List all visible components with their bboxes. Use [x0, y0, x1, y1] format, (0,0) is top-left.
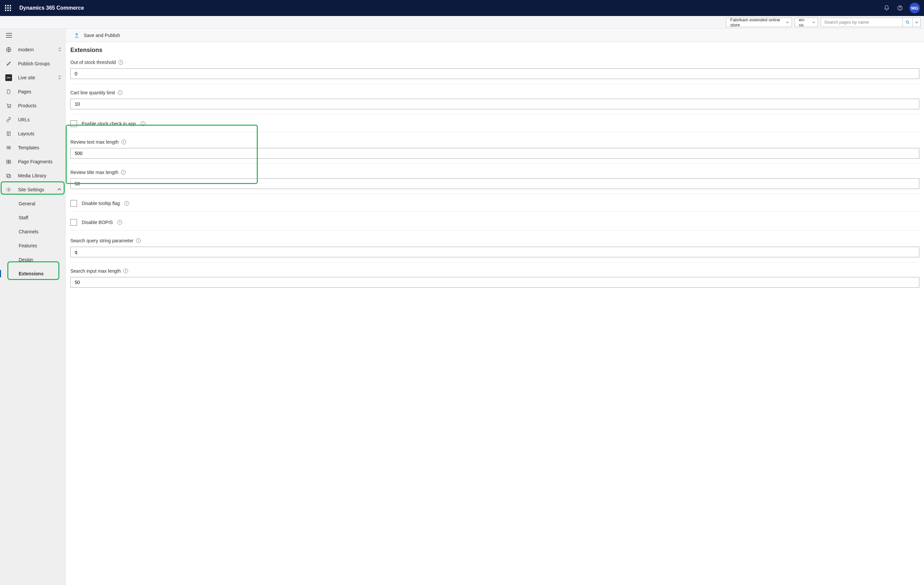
sidebar-sub-staff[interactable]: Staff — [0, 211, 65, 225]
sidebar-item-label: Templates — [18, 145, 65, 150]
sidebar-sub-channels[interactable]: Channels — [0, 225, 65, 239]
field-label: Cart line quantity limit — [70, 90, 115, 96]
svg-point-4 — [8, 77, 9, 78]
rocket-icon — [5, 60, 12, 67]
broadcast-icon — [5, 74, 12, 81]
svg-rect-13 — [7, 162, 8, 163]
out-of-stock-threshold-input[interactable] — [70, 68, 919, 79]
svg-point-5 — [8, 107, 8, 108]
sidebar-item-publish-groups[interactable]: Publish Groups — [0, 57, 65, 71]
field-label: Search input max length — [70, 269, 121, 274]
sidebar-item-media-library[interactable]: Media Library — [0, 169, 65, 183]
info-icon[interactable]: i — [124, 269, 128, 274]
language-selector-value: en-us — [799, 17, 808, 27]
page-icon — [5, 88, 12, 95]
info-icon[interactable]: i — [121, 140, 126, 144]
svg-rect-12 — [9, 160, 11, 161]
field-label: Disable tooltip flag — [82, 201, 120, 206]
sort-icon — [58, 75, 61, 81]
cart-line-quantity-limit-input[interactable] — [70, 99, 919, 109]
search-query-string-parameter-input[interactable] — [70, 247, 919, 257]
sidebar-sub-label: Extensions — [19, 271, 44, 276]
review-title-max-length-input[interactable] — [70, 178, 919, 189]
disable-tooltip-checkbox[interactable] — [70, 200, 77, 207]
field-disable-tooltip-flag: Disable tooltip flag i — [70, 200, 919, 212]
info-icon[interactable]: i — [118, 90, 122, 95]
sidebar-item-label: Live site — [18, 75, 52, 80]
sidebar-sub-label: Design — [19, 257, 33, 262]
field-label: Review text max length — [70, 139, 119, 145]
site-selector-dropdown[interactable]: Fabrikam extended online store — [726, 18, 792, 27]
sidebar-item-site-settings[interactable]: Site Settings — [0, 183, 65, 197]
info-icon[interactable]: i — [121, 170, 126, 175]
sidebar-sub-general[interactable]: General — [0, 197, 65, 211]
sidebar-item-live-site[interactable]: Live site — [0, 71, 65, 85]
sidebar-item-label: Layouts — [18, 131, 65, 136]
field-label: Review title max length — [70, 170, 118, 175]
sidebar-item-site[interactable]: modern — [0, 43, 65, 57]
svg-point-1 — [900, 9, 900, 9]
sidebar-item-label: Pages — [18, 89, 65, 94]
field-disable-bopis: Disable BOPIS i — [70, 219, 919, 231]
field-out-of-stock-threshold: Out of stock threshold i — [70, 60, 919, 84]
svg-rect-11 — [7, 160, 8, 161]
sidebar-item-pages[interactable]: Pages — [0, 85, 65, 99]
template-icon — [5, 144, 12, 151]
user-avatar[interactable]: MG — [909, 3, 920, 13]
svg-rect-10 — [9, 148, 10, 149]
sidebar-item-label: Site Settings — [18, 187, 51, 192]
enable-stock-check-checkbox[interactable] — [70, 120, 77, 127]
chevron-down-icon — [812, 21, 815, 24]
site-selector-value: Fabrikam extended online store — [730, 17, 782, 27]
sidebar-sub-design[interactable]: Design — [0, 253, 65, 267]
sidebar-sub-label: Channels — [19, 229, 38, 234]
svg-rect-9 — [7, 148, 9, 149]
sort-icon — [58, 47, 61, 53]
cart-icon — [5, 102, 12, 109]
notifications-icon[interactable] — [880, 1, 893, 15]
info-icon[interactable]: i — [117, 220, 122, 225]
info-icon[interactable]: i — [141, 121, 145, 126]
sidebar-sub-label: Staff — [19, 215, 28, 220]
field-search-query-string-parameter: Search query string parameter i — [70, 238, 919, 262]
sidebar-sub-features[interactable]: Features — [0, 239, 65, 253]
info-icon[interactable]: i — [124, 201, 129, 206]
sidebar-item-templates[interactable]: Templates — [0, 141, 65, 155]
image-icon — [5, 172, 12, 179]
svg-point-6 — [10, 107, 10, 108]
help-icon[interactable] — [893, 1, 907, 15]
link-icon — [5, 116, 12, 123]
sidebar-item-label: URLs — [18, 117, 65, 122]
language-selector-dropdown[interactable]: en-us — [795, 18, 818, 27]
sidebar-item-products[interactable]: Products — [0, 99, 65, 113]
app-launcher-icon[interactable] — [4, 4, 12, 12]
chevron-up-icon — [57, 187, 61, 192]
review-text-max-length-input[interactable] — [70, 148, 919, 159]
svg-point-17 — [8, 189, 10, 191]
sidebar-item-label: Page Fragments — [18, 159, 65, 164]
collapse-nav-icon[interactable] — [6, 33, 12, 39]
sidebar-item-layouts[interactable]: Layouts — [0, 127, 65, 141]
save-publish-button[interactable]: Save and Publish — [84, 33, 120, 38]
sidebar-item-label: modern — [18, 47, 52, 52]
sidebar-sub-extensions[interactable]: Extensions — [0, 267, 65, 281]
search-options-dropdown[interactable] — [912, 18, 921, 27]
content-scroll-area[interactable]: Extensions Out of stock threshold i Cart… — [66, 42, 924, 585]
page-search-input[interactable] — [821, 18, 903, 27]
product-name: Dynamics 365 Commerce — [19, 5, 84, 11]
sidebar-item-urls[interactable]: URLs — [0, 113, 65, 127]
search-button[interactable] — [903, 18, 912, 27]
info-icon[interactable]: i — [136, 238, 141, 243]
sidebar-item-label: Publish Groups — [18, 61, 65, 66]
svg-rect-7 — [7, 132, 10, 136]
field-search-input-max-length: Search input max length i — [70, 269, 919, 292]
globe-icon — [5, 46, 12, 53]
sidebar-item-label: Media Library — [18, 173, 65, 178]
svg-point-2 — [906, 21, 908, 23]
search-input-max-length-input[interactable] — [70, 277, 919, 288]
sidebar-sub-label: General — [19, 201, 35, 206]
field-label: Out of stock threshold — [70, 60, 116, 65]
info-icon[interactable]: i — [118, 60, 123, 65]
disable-bopis-checkbox[interactable] — [70, 219, 77, 226]
sidebar-item-page-fragments[interactable]: Page Fragments — [0, 155, 65, 169]
